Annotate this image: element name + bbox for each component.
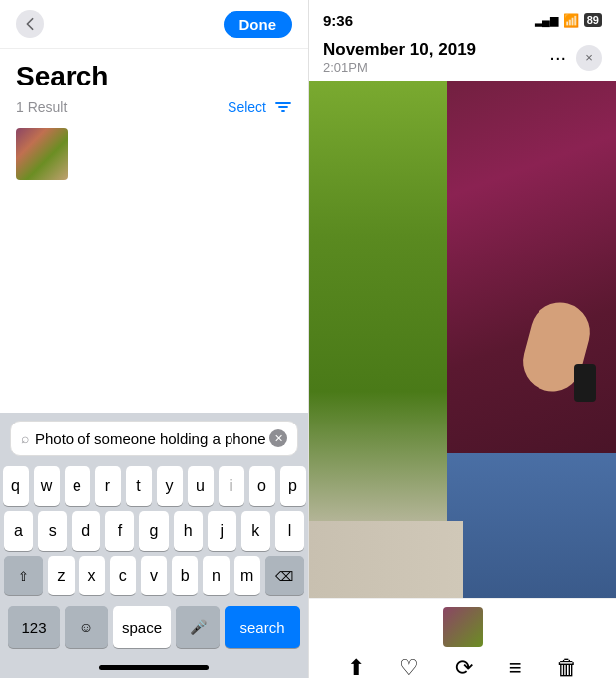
key-a[interactable]: a (4, 511, 33, 551)
signal-icon: ▂▄▆ (535, 14, 558, 27)
key-z[interactable]: z (48, 556, 74, 595)
key-x[interactable]: x (79, 556, 105, 595)
key-e[interactable]: e (65, 466, 90, 506)
home-indicator-left (0, 656, 308, 678)
status-icons: ▂▄▆ 📶 89 (535, 13, 602, 28)
edit-icon[interactable]: ⟳ (455, 655, 473, 678)
photo-header-actions: ··· × (549, 45, 602, 71)
key-g[interactable]: g (139, 511, 168, 551)
close-button[interactable]: × (576, 45, 602, 71)
key-j[interactable]: j (208, 511, 236, 551)
photo-header: November 10, 2019 2:01PM ··· × (309, 36, 616, 81)
key-123[interactable]: 123 (8, 606, 60, 648)
heart-icon[interactable]: ♡ (399, 655, 419, 678)
photo-time: 2:01PM (323, 60, 476, 75)
ground-area (309, 521, 463, 598)
sort-icon[interactable] (274, 98, 292, 116)
key-o[interactable]: o (249, 466, 275, 506)
results-row: 1 Result Select (16, 98, 292, 116)
adjust-icon[interactable]: ≡ (509, 655, 522, 678)
left-top-bar: Done (0, 0, 308, 49)
key-k[interactable]: k (241, 511, 270, 551)
photo-date-title: November 10, 2019 (323, 40, 476, 60)
key-row-1: q w e r t y u i o p (4, 466, 304, 506)
key-s[interactable]: s (38, 511, 67, 551)
key-row-2: a s d f g h j k l (4, 511, 304, 551)
key-emoji[interactable]: ☺ (65, 606, 108, 648)
action-bar: ⬆ ♡ ⟳ ≡ 🗑 (309, 651, 616, 678)
keyboard: q w e r t y u i o p a s d f g h j k l (0, 462, 308, 656)
back-button[interactable] (16, 10, 44, 38)
search-icon: ⌕ (21, 430, 29, 446)
photo-date-info: November 10, 2019 2:01PM (323, 40, 476, 75)
search-title: Search (16, 61, 292, 92)
photo-grid (16, 128, 292, 180)
left-panel: Done Search 1 Result Select (0, 0, 308, 678)
key-search[interactable]: search (225, 606, 300, 648)
wifi-icon: 📶 (563, 13, 579, 28)
phone-in-hand (574, 364, 596, 402)
search-input-bar[interactable]: ⌕ Photo of someone holding a phone ✕ (10, 421, 298, 456)
key-l[interactable]: l (275, 511, 304, 551)
key-row-3: ⇧ z x c v b n m ⌫ (4, 556, 304, 595)
key-w[interactable]: w (34, 466, 60, 506)
jeans-area (447, 453, 616, 598)
key-b[interactable]: b (172, 556, 198, 595)
filmstrip-thumb[interactable] (443, 607, 483, 647)
done-button[interactable]: Done (224, 11, 293, 38)
share-icon[interactable]: ⬆ (347, 655, 365, 678)
key-f[interactable]: f (105, 511, 134, 551)
key-shift[interactable]: ⇧ (4, 556, 43, 595)
keyboard-area: ⌕ Photo of someone holding a phone ✕ q w… (0, 413, 308, 678)
key-p[interactable]: p (280, 466, 306, 506)
trash-icon[interactable]: 🗑 (556, 655, 578, 678)
clear-button[interactable]: ✕ (269, 429, 287, 447)
bottom-strip: ⬆ ♡ ⟳ ≡ 🗑 (309, 598, 616, 678)
select-button[interactable]: Select (228, 99, 266, 115)
key-delete[interactable]: ⌫ (265, 556, 304, 595)
more-options-button[interactable]: ··· (549, 46, 566, 69)
key-v[interactable]: v (141, 556, 167, 595)
key-d[interactable]: d (72, 511, 100, 551)
key-q[interactable]: q (3, 466, 29, 506)
right-panel: 9:36 ▂▄▆ 📶 89 November 10, 2019 2:01PM ·… (308, 0, 616, 678)
home-bar-left (99, 665, 209, 670)
key-mic[interactable]: 🎤 (176, 606, 220, 648)
key-r[interactable]: r (95, 466, 121, 506)
key-m[interactable]: m (234, 556, 260, 595)
key-h[interactable]: h (174, 511, 203, 551)
photo-scene (309, 81, 616, 598)
key-c[interactable]: c (110, 556, 136, 595)
status-time: 9:36 (323, 12, 353, 29)
key-n[interactable]: n (203, 556, 229, 595)
search-input-text: Photo of someone holding a phone (35, 430, 269, 447)
key-i[interactable]: i (219, 466, 244, 506)
photo-thumbnail[interactable] (16, 128, 68, 180)
key-u[interactable]: u (188, 466, 214, 506)
status-bar: 9:36 ▂▄▆ 📶 89 (309, 0, 616, 36)
battery-level: 89 (587, 14, 599, 26)
results-actions: Select (228, 98, 292, 116)
key-y[interactable]: y (157, 466, 183, 506)
filmstrip-row (433, 599, 493, 651)
results-count: 1 Result (16, 99, 67, 115)
key-space[interactable]: space (113, 606, 171, 648)
key-t[interactable]: t (126, 466, 152, 506)
bottom-bar: 123 ☺ space 🎤 search (4, 600, 304, 656)
battery-icon: 89 (584, 13, 602, 27)
main-photo[interactable] (309, 81, 616, 598)
